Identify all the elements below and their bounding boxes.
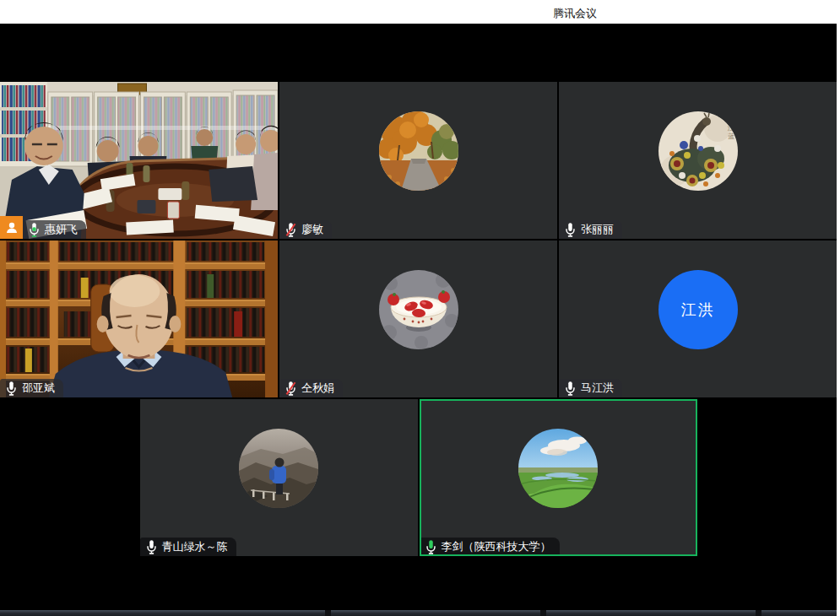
taskbar-divider <box>756 610 761 616</box>
participant-label: 惠妍飞 <box>23 220 86 239</box>
participant-name: 青山绿水～陈 <box>162 539 228 554</box>
participant-name: 廖敏 <box>301 222 323 237</box>
participant-tile-tongqiujuan[interactable]: 仝秋娟 <box>279 240 557 397</box>
avatar-image <box>239 429 318 508</box>
initials-text: 江洪 <box>681 300 715 320</box>
participant-tile-huiyanfei[interactable]: 惠妍飞 <box>0 82 278 239</box>
avatar-image <box>518 429 598 508</box>
mic-muted-icon <box>285 222 296 238</box>
initials-avatar: 江洪 <box>658 270 738 349</box>
mic-on-icon <box>146 539 157 555</box>
peacock-craft-avatar: 江 蓝 <box>658 111 738 191</box>
mic-muted-icon <box>285 381 296 397</box>
participant-name: 李剑（陕西科技大学） <box>442 539 551 554</box>
mic-on-icon <box>565 222 576 238</box>
avatar-image: 江 蓝 <box>658 111 738 191</box>
strawberry-bowl-avatar <box>379 270 458 349</box>
participant-name: 邵亚斌 <box>22 381 55 396</box>
participant-name: 马江洪 <box>581 381 614 396</box>
taskbar-edge <box>0 610 837 616</box>
grid-row-3: 青山绿水～陈 <box>0 399 837 556</box>
window-title-bar: 腾讯会议 <box>0 0 840 24</box>
participant-name: 惠妍飞 <box>45 222 78 237</box>
autumn-road-avatar <box>379 111 458 191</box>
participant-label: 邵亚斌 <box>0 379 63 397</box>
participant-tile-shaoyabin[interactable]: 邵亚斌 <box>0 240 278 397</box>
participant-label: 廖敏 <box>279 220 332 239</box>
participant-tile-zhanglili[interactable]: 江 蓝 张丽丽 <box>559 82 837 239</box>
participant-label: 张丽丽 <box>559 220 622 239</box>
participant-name: 张丽丽 <box>581 222 614 237</box>
participant-label: 马江洪 <box>559 379 622 397</box>
grid-row-2: 邵亚斌 <box>0 240 837 397</box>
avatar-image <box>379 111 458 191</box>
participant-tile-lijian[interactable]: 李剑（陕西科技大学） <box>420 399 697 556</box>
mountain-hiker-avatar <box>239 429 318 508</box>
participant-name: 仝秋娟 <box>301 381 334 396</box>
mic-on-icon <box>565 381 576 397</box>
participant-tile-qingshanlvshui[interactable]: 青山绿水～陈 <box>140 399 418 556</box>
mic-speaking-icon <box>29 222 40 238</box>
participant-label: 李剑（陕西科技大学） <box>420 538 560 556</box>
presence-person-icon <box>0 216 23 239</box>
bookshelf-speaker-video <box>0 240 278 397</box>
grassland-avatar <box>518 429 598 508</box>
taskbar-divider <box>325 610 331 616</box>
participant-tile-liaomin[interactable]: 廖敏 <box>279 82 557 239</box>
avatar-image <box>379 270 458 349</box>
meeting-window: 惠妍飞 <box>0 24 837 616</box>
svg-text:江: 江 <box>727 124 734 132</box>
meeting-room-video <box>0 82 278 239</box>
mic-speaking-icon <box>425 539 436 555</box>
participant-label: 仝秋娟 <box>279 379 343 397</box>
mic-on-icon <box>6 381 17 397</box>
participant-tile-majianghong[interactable]: 江洪 马江洪 <box>559 240 837 397</box>
video-grid: 惠妍飞 <box>0 82 837 558</box>
participant-label: 青山绿水～陈 <box>140 538 236 556</box>
grid-row-1: 惠妍飞 <box>0 82 837 239</box>
app-title: 腾讯会议 <box>553 6 597 21</box>
taskbar-divider <box>540 610 546 616</box>
svg-text:蓝: 蓝 <box>728 132 735 140</box>
